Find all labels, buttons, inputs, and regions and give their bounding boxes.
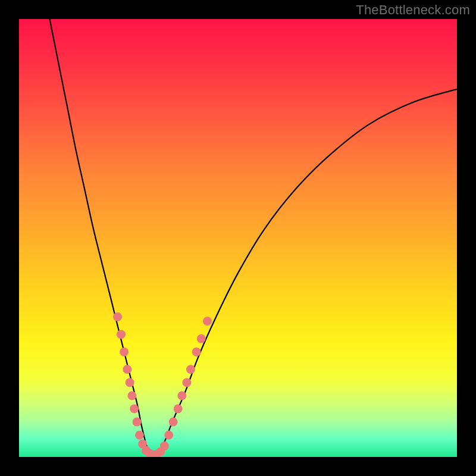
bottleneck-curve-path (50, 19, 458, 457)
marker-dot (192, 347, 201, 356)
marker-dot (113, 312, 122, 321)
watermark-text: TheBottleneck.com (356, 2, 470, 18)
marker-dots-group (113, 312, 212, 457)
marker-dot (177, 392, 186, 400)
chart-frame: TheBottleneck.com (0, 0, 476, 476)
marker-dot (120, 347, 129, 356)
marker-dot (126, 378, 134, 387)
marker-dot (186, 365, 195, 374)
marker-dot (160, 441, 169, 450)
marker-dot (203, 317, 212, 325)
marker-dot (123, 365, 131, 374)
marker-dot (127, 392, 136, 400)
marker-dot (117, 330, 126, 339)
chart-svg (19, 19, 457, 457)
marker-dot (169, 418, 178, 427)
marker-dot (182, 378, 191, 387)
marker-dot (164, 431, 173, 440)
plot-area (19, 19, 457, 457)
marker-dot (174, 405, 183, 414)
marker-dot (130, 405, 139, 414)
marker-dot (135, 431, 144, 440)
marker-dot (133, 418, 142, 427)
marker-dot (197, 334, 206, 343)
